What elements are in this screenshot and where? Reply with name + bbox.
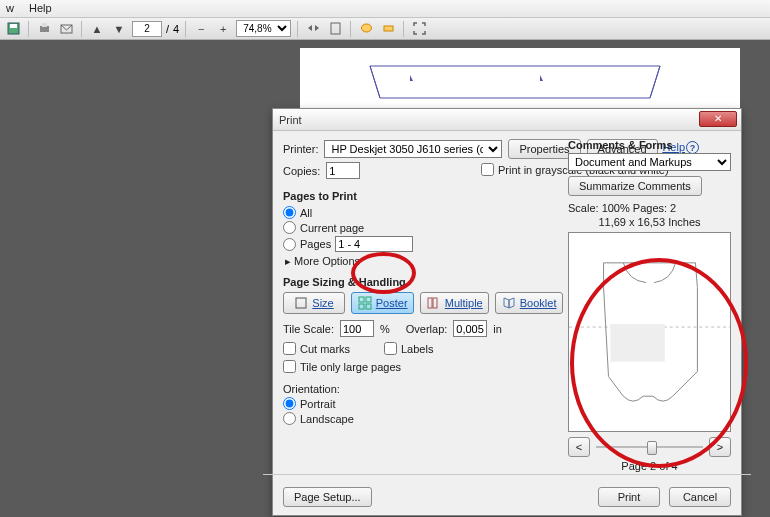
radio-pages-label: Pages <box>300 238 331 250</box>
svg-rect-5 <box>331 23 340 34</box>
grayscale-checkbox[interactable] <box>481 163 494 176</box>
fit-width-icon[interactable] <box>304 20 322 38</box>
svg-rect-19 <box>610 324 664 362</box>
mail-icon[interactable] <box>57 20 75 38</box>
radio-current[interactable] <box>283 221 296 234</box>
cutmarks-checkbox[interactable] <box>283 342 296 355</box>
page-input[interactable] <box>132 21 162 37</box>
toolbar: ▲ ▼ / 4 − + 74,8% <box>0 18 770 40</box>
highlight-icon[interactable] <box>379 20 397 38</box>
divider <box>350 21 351 37</box>
close-button[interactable]: ✕ <box>699 111 737 127</box>
page-sep: / <box>166 23 169 35</box>
tile-large-checkbox[interactable] <box>283 360 296 373</box>
preview-slider[interactable] <box>596 439 703 455</box>
sizing-title: Page Sizing & Handling <box>283 276 563 288</box>
svg-rect-7 <box>384 26 393 31</box>
svg-rect-10 <box>296 298 306 308</box>
printer-label: Printer: <box>283 143 318 155</box>
svg-line-9 <box>650 66 660 98</box>
zoom-select[interactable]: 74,8% <box>236 20 291 37</box>
printer-select[interactable]: HP Deskjet 3050 J610 series (сеть) <box>324 140 502 158</box>
summarize-button[interactable]: Summarize Comments <box>568 176 702 196</box>
print-preview <box>568 232 731 432</box>
tile-scale-pct: % <box>380 323 390 335</box>
tile-scale-input[interactable] <box>340 320 374 337</box>
svg-rect-15 <box>428 298 432 308</box>
booklet-icon <box>502 296 516 310</box>
print-button[interactable]: Print <box>598 487 660 507</box>
orientation-title: Orientation: <box>283 383 563 395</box>
dialog-titlebar: Print ✕ <box>273 109 741 131</box>
size-button[interactable]: Size <box>283 292 345 314</box>
radio-landscape[interactable] <box>283 412 296 425</box>
overlap-unit: in <box>493 323 502 335</box>
page-up-icon[interactable]: ▲ <box>88 20 106 38</box>
labels-checkbox[interactable] <box>384 342 397 355</box>
page-down-icon[interactable]: ▼ <box>110 20 128 38</box>
svg-rect-3 <box>42 23 47 27</box>
divider <box>28 21 29 37</box>
overlap-input[interactable] <box>453 320 487 337</box>
menu-help[interactable]: Help <box>29 2 52 14</box>
comments-title: Comments & Forms <box>568 139 731 151</box>
multiple-button[interactable]: Multiple <box>420 292 489 314</box>
zoom-in-icon[interactable]: + <box>214 20 232 38</box>
page-total: 4 <box>173 23 179 35</box>
print-dialog: Print ✕ Help ? Printer: HP Deskjet 3050 … <box>272 108 742 516</box>
fullscreen-icon[interactable] <box>410 20 428 38</box>
note-icon[interactable] <box>357 20 375 38</box>
scale-info: Scale: 100% Pages: 2 <box>568 202 731 214</box>
zoom-out-icon[interactable]: − <box>192 20 210 38</box>
overlap-label: Overlap: <box>406 323 448 335</box>
radio-current-label: Current page <box>300 222 364 234</box>
divider <box>185 21 186 37</box>
booklet-button[interactable]: Booklet <box>495 292 563 314</box>
radio-landscape-label: Landscape <box>300 413 354 425</box>
poster-icon <box>358 296 372 310</box>
save-icon[interactable] <box>4 20 22 38</box>
paper-size: 11,69 x 16,53 Inches <box>568 216 731 228</box>
radio-all-label: All <box>300 207 312 219</box>
divider <box>297 21 298 37</box>
svg-rect-14 <box>366 304 371 309</box>
more-options[interactable]: ▸ More Options <box>285 255 563 268</box>
divider <box>403 21 404 37</box>
prev-page-button[interactable]: < <box>568 437 590 457</box>
page-setup-button[interactable]: Page Setup... <box>283 487 372 507</box>
radio-pages[interactable] <box>283 238 296 251</box>
comments-select[interactable]: Document and Markups <box>568 153 731 171</box>
svg-rect-12 <box>366 297 371 302</box>
dialog-title: Print <box>279 114 302 126</box>
svg-rect-1 <box>10 24 17 28</box>
poster-button[interactable]: Poster <box>351 292 414 314</box>
page-of-label: Page 2 of 4 <box>568 460 731 472</box>
pages-title: Pages to Print <box>283 190 563 202</box>
next-page-button[interactable]: > <box>709 437 731 457</box>
svg-point-6 <box>361 24 371 32</box>
cancel-button[interactable]: Cancel <box>669 487 731 507</box>
radio-all[interactable] <box>283 206 296 219</box>
tile-large-label: Tile only large pages <box>300 361 401 373</box>
divider <box>81 21 82 37</box>
multiple-icon <box>427 296 441 310</box>
copies-label: Copies: <box>283 165 320 177</box>
svg-line-8 <box>370 66 380 98</box>
fit-page-icon[interactable] <box>326 20 344 38</box>
menu-view[interactable]: w <box>6 2 14 14</box>
radio-portrait-label: Portrait <box>300 398 335 410</box>
tile-scale-label: Tile Scale: <box>283 323 334 335</box>
pages-range-input[interactable] <box>335 236 413 252</box>
svg-rect-11 <box>359 297 364 302</box>
menu-bar: w Help <box>0 0 770 18</box>
copies-input[interactable] <box>326 162 360 179</box>
print-icon[interactable] <box>35 20 53 38</box>
svg-rect-16 <box>433 298 437 308</box>
svg-rect-13 <box>359 304 364 309</box>
cutmarks-label: Cut marks <box>300 343 350 355</box>
radio-portrait[interactable] <box>283 397 296 410</box>
size-icon <box>294 296 308 310</box>
labels-label: Labels <box>401 343 433 355</box>
